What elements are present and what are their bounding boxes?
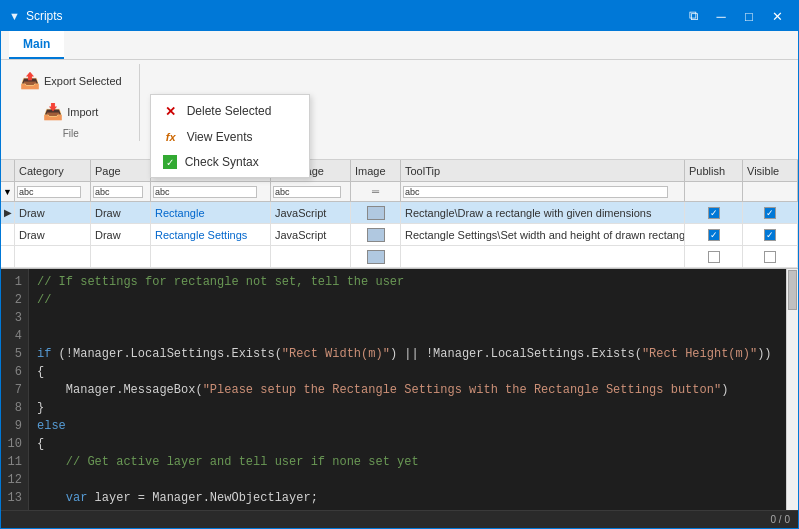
line-num: 13 [5,489,22,507]
cell-publish-3[interactable] [685,246,743,267]
cell-image-3 [351,246,401,267]
filter-image: ═ [351,182,401,201]
title-bar: ▼ Scripts ⧉ ─ □ ✕ [1,1,798,31]
cell-page-1: Draw [91,202,151,223]
window-title: Scripts [26,9,63,23]
row-arrow-3 [1,246,15,267]
cell-category-3 [15,246,91,267]
cell-image-2 [351,224,401,245]
cell-caption-2[interactable]: Rectangle Settings [151,224,271,245]
table-row[interactable]: ▶ Draw Draw Rectangle JavaScript Rectang… [1,202,798,224]
export-label: Export Selected [44,75,122,87]
th-visible[interactable]: Visible [743,160,798,181]
line-num: 5 [5,345,22,363]
cell-language-1: JavaScript [271,202,351,223]
cell-visible-2[interactable] [743,224,798,245]
line-num: 4 [5,327,22,345]
th-category[interactable]: Category [15,160,91,181]
filter-category-input[interactable] [17,186,81,198]
window-icon: ▼ [9,10,20,22]
close-button[interactable]: ✕ [764,3,790,29]
cell-visible-3[interactable] [743,246,798,267]
cell-caption-3 [151,246,271,267]
publish-checkbox-3[interactable] [708,251,720,263]
scrollbar-thumb[interactable] [788,270,797,310]
th-arrow [1,160,15,181]
line-num: 3 [5,309,22,327]
delete-selected-item[interactable]: ✕ Delete Selected [151,98,309,124]
ribbon-tabs: Main [1,31,798,60]
row-arrow-1: ▶ [1,202,15,223]
cell-page-3 [91,246,151,267]
restore-button[interactable]: ⧉ [680,3,706,29]
th-tooltip[interactable]: ToolTip [401,160,685,181]
code-text[interactable]: // If settings for rectangle not set, te… [29,269,786,510]
filter-page[interactable] [91,182,151,201]
view-events-item[interactable]: fx View Events [151,124,309,150]
image-thumb-2 [367,228,385,242]
code-statusbar: 0 / 0 [1,510,798,528]
check-syntax-label: Check Syntax [185,155,259,169]
filter-page-input[interactable] [93,186,143,198]
tab-main[interactable]: Main [9,31,64,59]
minimize-button[interactable]: ─ [708,3,734,29]
cell-tooltip-3 [401,246,685,267]
filter-toggle[interactable]: ▼ [1,182,15,201]
status-position: 0 / 0 [771,514,790,525]
filter-language[interactable] [271,182,351,201]
line-num: 12 [5,471,22,489]
line-num: 1 [5,273,22,291]
cell-image-1 [351,202,401,223]
table-row[interactable]: Draw Draw Rectangle Settings JavaScript … [1,224,798,246]
main-window: ▼ Scripts ⧉ ─ □ ✕ Main 📤 Export Selected [0,0,799,529]
ribbon-group-file: 📤 Export Selected 📥 Import File [9,64,140,141]
visible-checkbox-1[interactable] [764,207,776,219]
line-num: 2 [5,291,22,309]
filter-icon: ▼ [3,187,12,197]
cell-caption-1[interactable]: Rectangle [151,202,271,223]
line-num: 9 [5,417,22,435]
th-publish[interactable]: Publish [685,160,743,181]
filter-category[interactable] [15,182,91,201]
table-row[interactable] [1,246,798,268]
filter-tooltip[interactable] [401,182,685,201]
line-num: 7 [5,381,22,399]
cell-publish-1[interactable] [685,202,743,223]
code-content: 1 2 3 4 5 6 7 8 9 10 11 12 13 14 15 16 /… [1,269,798,510]
cell-language-3 [271,246,351,267]
import-button[interactable]: 📥 Import [36,97,105,126]
cell-visible-1[interactable] [743,202,798,223]
filter-tooltip-input[interactable] [403,186,668,198]
check-icon: ✓ [163,155,177,169]
image-thumb-3 [367,250,385,264]
filter-language-input[interactable] [273,186,341,198]
view-events-label: View Events [187,130,253,144]
line-num: 8 [5,399,22,417]
line-num: 11 [5,453,22,471]
publish-checkbox-2[interactable] [708,229,720,241]
check-syntax-item[interactable]: ✓ Check Syntax [151,150,309,174]
visible-checkbox-3[interactable] [764,251,776,263]
line-numbers: 1 2 3 4 5 6 7 8 9 10 11 12 13 14 15 16 [1,269,29,510]
function-icon: fx [163,129,179,145]
visible-checkbox-2[interactable] [764,229,776,241]
th-image[interactable]: Image [351,160,401,181]
cell-publish-2[interactable] [685,224,743,245]
publish-checkbox-1[interactable] [708,207,720,219]
data-table: Category Page Caption Language Image Too… [1,160,798,269]
cell-category-1: Draw [15,202,91,223]
maximize-button[interactable]: □ [736,3,762,29]
th-page[interactable]: Page [91,160,151,181]
filter-caption-input[interactable] [153,186,257,198]
image-filter-icon: ═ [372,186,379,197]
filter-visible [743,182,798,201]
export-selected-button[interactable]: 📤 Export Selected [13,66,129,95]
line-num: 10 [5,435,22,453]
row-arrow-2 [1,224,15,245]
cell-language-2: JavaScript [271,224,351,245]
scripts-dropdown: ✕ Delete Selected fx View Events ✓ Check… [150,94,310,178]
code-scrollbar-v[interactable] [786,269,798,510]
table-header: Category Page Caption Language Image Too… [1,160,798,182]
filter-caption[interactable] [151,182,271,201]
title-bar-left: ▼ Scripts [9,9,63,23]
